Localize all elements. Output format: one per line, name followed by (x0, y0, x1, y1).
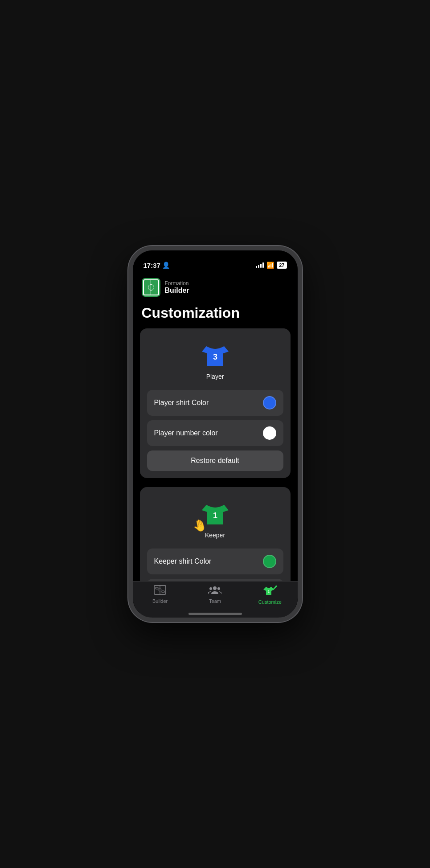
player-label: Player (206, 373, 224, 380)
keeper-shirt-container: 🤚 1 (200, 498, 231, 529)
tab-bar: Builder Team 1 (133, 581, 298, 618)
svg-text:1: 1 (268, 590, 270, 593)
player-restore-default-button[interactable]: Restore default (147, 450, 283, 471)
battery-value: 27 (279, 262, 284, 268)
customize-tab-label: Customize (258, 599, 282, 605)
keeper-shirt-color-row[interactable]: Keeper shirt Color (147, 549, 283, 574)
keeper-shirt-color-label: Keeper shirt Color (154, 557, 212, 565)
team-tab-icon (208, 585, 221, 597)
person-icon: 👤 (162, 262, 170, 269)
player-shirt-icon: 3 (202, 342, 229, 368)
app-name: Builder (165, 287, 189, 295)
status-indicators: 📶 27 (256, 262, 287, 269)
player-shirt-container: 3 (200, 339, 231, 370)
tab-customize[interactable]: 1 Customize (242, 585, 297, 605)
dynamic-island (188, 255, 242, 270)
player-shirt-color-row[interactable]: Player shirt Color (147, 390, 283, 416)
svg-text:1: 1 (213, 511, 217, 520)
svg-point-7 (213, 586, 217, 590)
page-title: Customization (133, 299, 298, 328)
power-button[interactable] (301, 313, 302, 341)
player-number-color-row[interactable]: Player number color (147, 420, 283, 446)
wifi-icon: 📶 (266, 262, 274, 269)
player-card: 3 Player Player shirt Color Player numbe… (140, 328, 291, 478)
svg-text:3: 3 (213, 352, 217, 361)
screen: Formation Builder Customization 3 Player (133, 250, 298, 618)
player-shirt-color-circle[interactable] (263, 396, 276, 409)
time-display: 17:37 (143, 262, 160, 269)
keeper-label: Keeper (205, 532, 225, 539)
player-preview: 3 Player (147, 336, 283, 385)
volume-down-button[interactable] (128, 326, 129, 342)
builder-tab-icon (154, 585, 166, 597)
field-icon (143, 279, 159, 295)
player-number-color-label: Player number color (154, 429, 218, 437)
player-shirt-color-label: Player shirt Color (154, 399, 209, 407)
keeper-shirt-color-circle[interactable] (263, 555, 276, 568)
tab-builder[interactable]: Builder (133, 585, 188, 604)
app-logo (142, 278, 160, 297)
keeper-preview: 🤚 1 Keeper (147, 494, 283, 544)
home-indicator (188, 613, 242, 615)
battery-indicator: 27 (277, 262, 287, 269)
tab-team[interactable]: Team (188, 585, 242, 604)
builder-tab-label: Builder (152, 598, 168, 604)
team-tab-label: Team (209, 598, 221, 604)
player-number-color-circle[interactable] (263, 426, 276, 440)
app-header: Formation Builder (133, 274, 298, 299)
customize-tab-icon: 1 (263, 585, 277, 598)
phone-frame: 17:37 👤 📶 27 Formation Builder Custom (128, 246, 302, 622)
app-title: Formation Builder (165, 280, 189, 295)
svg-rect-5 (156, 587, 158, 589)
signal-icon (256, 262, 264, 268)
status-time: 17:37 👤 (143, 262, 170, 269)
svg-point-8 (209, 587, 212, 590)
svg-point-9 (217, 587, 220, 590)
app-subtitle: Formation (165, 280, 189, 287)
svg-rect-6 (162, 591, 164, 593)
volume-up-button[interactable] (128, 304, 129, 320)
